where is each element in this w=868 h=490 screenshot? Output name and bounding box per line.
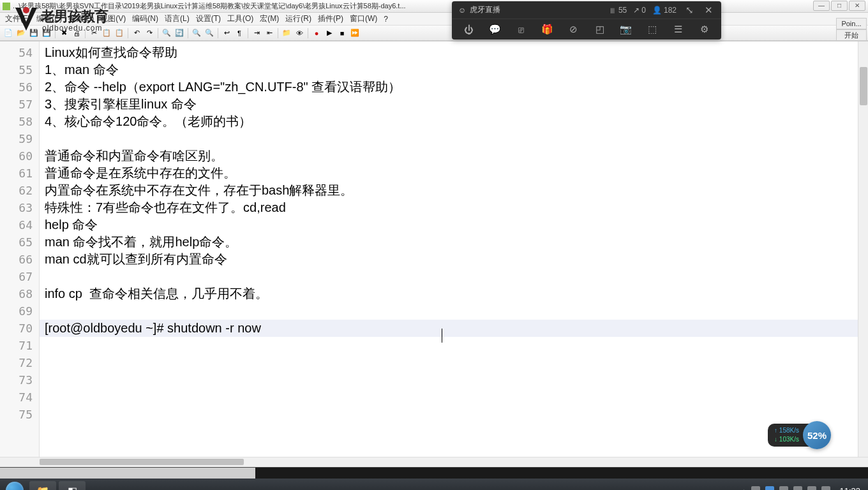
show-chars-icon[interactable]: ¶ [234, 27, 245, 39]
replace-icon[interactable]: 🔄 [174, 27, 185, 39]
power-icon[interactable]: ⏻ [463, 23, 475, 36]
outdent-icon[interactable]: ⇤ [264, 27, 275, 39]
code-line[interactable] [40, 302, 858, 320]
taskbar-clock[interactable]: 11:33 [835, 486, 864, 491]
menu-bar: 文件(F) 编辑(E) 搜索(S) 视图(V) 编码(N) 语言(L) 设置(T… [0, 13, 868, 26]
code-line[interactable] [40, 371, 858, 389]
text-cursor [442, 329, 442, 343]
tray-chevron-icon[interactable]: ▴ [742, 487, 746, 491]
close-stream-icon[interactable]: ✕ [702, 4, 715, 17]
zoom-in-icon[interactable]: 🔍 [191, 27, 202, 39]
fast-icon[interactable]: ⏩ [349, 27, 361, 39]
code-line[interactable] [40, 406, 858, 423]
close-button[interactable]: ✕ [849, 1, 865, 11]
monitor-icon[interactable]: 👁 [294, 27, 305, 39]
settings-icon[interactable]: ⚙ [698, 23, 711, 36]
vertical-scrollbar[interactable] [858, 41, 868, 457]
menu-encoding[interactable]: 编码(N) [130, 13, 161, 24]
separator [188, 28, 188, 38]
menu-settings[interactable]: 设置(T) [193, 13, 223, 24]
code-line[interactable]: man cd就可以查到所有内置命令 [40, 251, 858, 268]
code-line[interactable] [40, 268, 858, 285]
timeline-remaining [255, 468, 868, 479]
task-explorer[interactable]: 📁 [29, 481, 56, 490]
stream-stats: ⫼55 ↗0 👤182 ⤡ ✕ [609, 4, 715, 17]
undo-icon[interactable]: ↶ [131, 27, 142, 39]
camera-icon[interactable]: 📷 [620, 23, 632, 36]
code-line[interactable]: 特殊性：7有些命令也存在文件了。cd,read [40, 199, 858, 216]
record-icon[interactable]: ● [311, 27, 322, 39]
disable-icon[interactable]: ⊘ [567, 23, 580, 36]
code-line[interactable]: info cp 查命令相关信息，几乎用不着。 [40, 285, 858, 302]
maximize-button[interactable]: □ [831, 1, 848, 11]
paste-icon[interactable]: 📋 [114, 27, 125, 39]
screen-icon[interactable]: ⎚ [515, 23, 528, 36]
code-line[interactable]: 2、命令 --help（export LANG="zh_CN.UTF-8" 查看… [40, 78, 858, 96]
code-line[interactable]: 普通命令和内置命令有啥区别。 [40, 147, 858, 165]
tray-shield-icon[interactable] [765, 486, 774, 490]
line-number: 75 [0, 406, 39, 423]
menu-window[interactable]: 窗口(W) [347, 13, 380, 24]
code-line[interactable]: 4、核心命令120命令。（老师的书） [40, 113, 858, 130]
side-panel-title[interactable]: Poin... [836, 18, 867, 29]
tray-network-icon[interactable] [807, 486, 816, 490]
play-icon[interactable]: ▶ [324, 27, 335, 39]
indent-icon[interactable]: ⇥ [251, 27, 262, 39]
side-panel-start[interactable]: 开始 [836, 29, 867, 41]
capture-icon[interactable]: ◰ [594, 23, 606, 36]
code-line[interactable] [40, 354, 858, 371]
zoom-out-icon[interactable]: 🔍 [204, 27, 215, 39]
memory-ball[interactable]: 52% [803, 421, 831, 449]
code-line[interactable]: 3、搜索引擎框里linux 命令 [40, 96, 858, 113]
video-timeline[interactable] [0, 467, 868, 479]
start-button[interactable] [3, 480, 27, 490]
task-app[interactable]: ◧ [59, 481, 86, 490]
wrap-icon[interactable]: ↩ [221, 27, 232, 39]
menu-run[interactable]: 运行(R) [283, 13, 314, 24]
gift-icon[interactable]: 🎁 [541, 23, 554, 36]
horizontal-scrollbar[interactable] [0, 457, 868, 467]
collapse-icon[interactable]: ⤡ [683, 4, 696, 17]
code-line[interactable]: [root@oldboyedu ~]# shutdown -r now [40, 320, 858, 337]
scrollbar-thumb[interactable] [860, 67, 867, 105]
separator [218, 28, 218, 38]
chat-icon[interactable]: 💬 [489, 23, 502, 36]
find-icon[interactable]: 🔍 [161, 27, 172, 39]
code-line[interactable] [40, 389, 858, 406]
menu-language[interactable]: 语言(L) [162, 13, 192, 24]
streaming-toolbar[interactable]: ☺ 虎牙直播 ⫼55 ↗0 👤182 ⤡ ✕ ⏻ 💬 ⎚ 🎁 ⊘ ◰ 📷 ⬚ ☰… [452, 1, 721, 40]
menu-plugins[interactable]: 插件(P) [315, 13, 346, 24]
followers-stat: 👤182 [652, 6, 677, 15]
code-line[interactable]: man 命令找不着，就用help命令。 [40, 234, 858, 251]
code-line[interactable]: 内置命令在系统中不存在文件，存在于bash解释器里。 [40, 182, 858, 199]
line-number: 57 [0, 96, 39, 113]
file-path: ...\老男孩58期\老男孩SVN工作目录\2019老男孩Linux云计算运维5… [13, 1, 865, 11]
side-panel: Poin... 开始 [836, 18, 867, 41]
timeline-elapsed [0, 468, 255, 479]
code-line[interactable]: Linux如何查找命令帮助 [40, 44, 858, 61]
bars-icon: ⫼ [609, 6, 617, 15]
network-speed-widget[interactable]: ↑ 158K/s ↓ 103K/s 52% [768, 421, 831, 449]
minimize-button[interactable]: — [813, 1, 830, 11]
h-scrollbar-thumb[interactable] [40, 459, 244, 465]
stop-icon[interactable]: ■ [336, 27, 348, 39]
list-icon[interactable]: ☰ [672, 23, 685, 36]
code-line[interactable] [40, 337, 858, 354]
code-line[interactable]: 1、man 命令 [40, 61, 858, 78]
tray-volume-icon[interactable] [793, 486, 802, 490]
menu-macro[interactable]: 宏(M) [257, 13, 281, 24]
code-line[interactable]: 普通命令是在系统中存在的文件。 [40, 165, 858, 182]
menu-help[interactable]: ? [381, 15, 391, 24]
tray-flag-icon[interactable] [821, 486, 830, 490]
tray-icon-3[interactable] [779, 486, 788, 490]
code-area[interactable]: Linux如何查找命令帮助1、man 命令2、命令 --help（export … [40, 41, 858, 457]
folder-icon[interactable]: 📁 [281, 27, 292, 39]
tray-icon-1[interactable] [751, 486, 760, 490]
code-line[interactable] [40, 130, 858, 147]
logo-icon [10, 4, 42, 36]
redo-icon[interactable]: ↷ [144, 27, 155, 39]
record-icon[interactable]: ⬚ [646, 23, 659, 36]
window-titlebar: ...\老男孩58期\老男孩SVN工作目录\2019老男孩Linux云计算运维5… [0, 0, 868, 13]
menu-tools[interactable]: 工具(O) [225, 13, 256, 24]
code-line[interactable]: help 命令 [40, 216, 858, 234]
